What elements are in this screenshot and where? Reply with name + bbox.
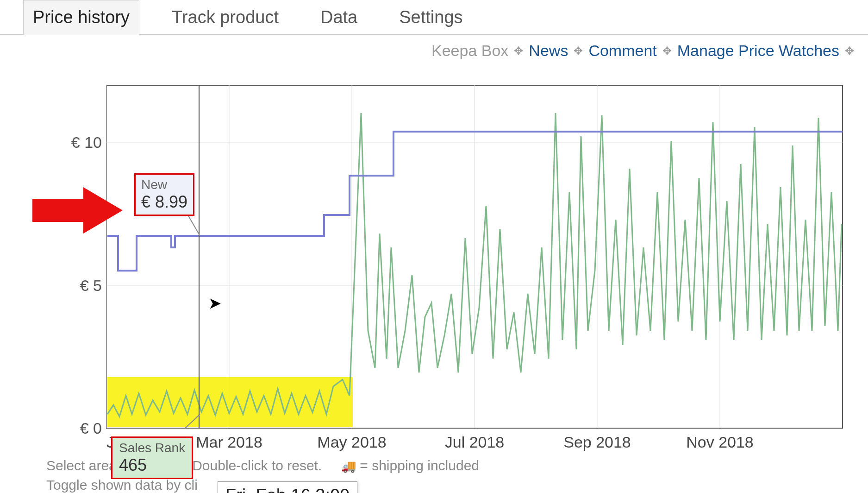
x-tick: Sep 2018 (563, 433, 631, 451)
manage-watches-link[interactable]: Manage Price Watches (677, 42, 839, 60)
x-tick: Nov 2018 (686, 433, 754, 451)
cursor-icon: ➤ (208, 294, 221, 312)
tab-data[interactable]: Data (311, 0, 367, 34)
tooltip-label: New (141, 177, 187, 192)
chart-canvas[interactable]: € 10 € 5 € 0 Jan 2018 Mar 2018 May 2018 … (46, 71, 852, 451)
tab-label: Data (320, 7, 357, 27)
tooltip-ts-text: Fri, Feb 16 3:00 (225, 486, 350, 493)
y-tick: € 0 (80, 419, 102, 437)
separator-icon: ✥ (845, 44, 854, 57)
x-tick: Mar 2018 (196, 433, 262, 451)
tooltip-timestamp: Fri, Feb 16 3:00 (218, 481, 357, 493)
tooltip-new-price: New € 8.99 (134, 173, 194, 216)
separator-icon: ✥ (574, 44, 583, 57)
x-tick: May 2018 (317, 433, 386, 451)
tab-label: Track product (172, 7, 279, 27)
separator-icon: ✥ (662, 44, 672, 57)
link-label: News (529, 42, 568, 59)
tab-price-history[interactable]: Price history (23, 0, 139, 35)
news-link[interactable]: News (529, 42, 568, 60)
tooltip-value: 465 (119, 455, 185, 475)
tooltip-sales-rank: Sales Rank 465 (111, 436, 193, 479)
tab-label: Settings (399, 7, 462, 27)
tab-label: Price history (33, 7, 130, 27)
y-tick: € 10 (71, 133, 102, 151)
toggle-hint: Toggle shown data by cli (46, 477, 198, 493)
truck-icon: 🚚 (341, 459, 356, 473)
tab-bar: Price history Track product Data Setting… (0, 0, 868, 35)
red-arrow-icon (32, 185, 125, 240)
x-tick: Jul 2018 (445, 433, 505, 451)
tab-track-product[interactable]: Track product (162, 0, 288, 34)
link-label: Comment (588, 42, 656, 59)
tooltip-value: € 8.99 (141, 192, 187, 212)
separator-icon: ✥ (514, 44, 523, 57)
shipping-legend: = shipping included (360, 458, 479, 473)
price-history-chart[interactable]: € 10 € 5 € 0 Jan 2018 Mar 2018 May 2018 … (46, 71, 854, 451)
keepa-box-label: Keepa Box (431, 42, 508, 60)
y-tick: € 5 (80, 277, 102, 294)
comment-link[interactable]: Comment (588, 42, 656, 60)
tab-settings[interactable]: Settings (390, 0, 472, 34)
svg-marker-0 (32, 187, 123, 234)
header-link-row: Keepa Box ✥ News ✥ Comment ✥ Manage Pric… (0, 35, 868, 67)
link-label: Manage Price Watches (677, 42, 839, 59)
tooltip-label: Sales Rank (119, 441, 185, 455)
